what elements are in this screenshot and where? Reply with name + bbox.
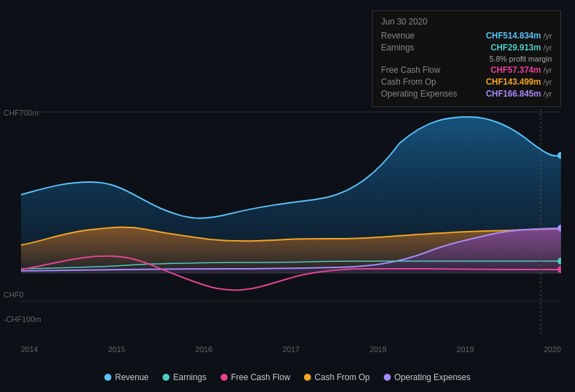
tooltip-margin-row: 5.8% profit margin	[381, 55, 552, 63]
x-label-2019: 2019	[457, 345, 473, 354]
x-label-2020: 2020	[543, 345, 560, 354]
tooltip-opex-row: Operating Expenses CHF166.845m /yr	[381, 89, 552, 99]
tooltip-fcf-row: Free Cash Flow CHF57.374m /yr	[381, 65, 552, 75]
opex-value: CHF166.845m /yr	[486, 89, 552, 99]
tooltip-revenue-row: Revenue CHF514.834m /yr	[381, 31, 552, 41]
x-label-2018: 2018	[370, 345, 387, 354]
opex-label: Operating Expenses	[381, 89, 457, 99]
revenue-label: Revenue	[381, 31, 415, 41]
x-label-2015: 2015	[108, 345, 125, 354]
fcf-value: CHF57.374m /yr	[490, 65, 552, 75]
x-label-2016: 2016	[195, 345, 212, 354]
legend-label-revenue: Revenue	[115, 372, 148, 382]
margin-note: 5.8% profit margin	[490, 55, 552, 63]
revenue-value: CHF514.834m /yr	[486, 31, 552, 41]
legend-label-earnings: Earnings	[173, 372, 206, 382]
cashop-label: Cash From Op	[381, 77, 436, 87]
cashop-value: CHF143.499m /yr	[486, 77, 552, 87]
legend-revenue[interactable]: Revenue	[104, 372, 148, 382]
legend-label-fcf: Free Cash Flow	[231, 372, 291, 382]
chart-container: Jun 30 2020 Revenue CHF514.834m /yr Earn…	[0, 0, 575, 392]
x-axis-labels: 2014 2015 2016 2017 2018 2019 2020	[21, 345, 561, 354]
legend-opex[interactable]: Operating Expenses	[384, 372, 471, 382]
fcf-label: Free Cash Flow	[381, 65, 441, 75]
x-label-2014: 2014	[21, 345, 38, 354]
legend-dot-revenue	[104, 374, 111, 381]
legend-label-cashop: Cash From Op	[314, 372, 370, 382]
legend-dot-earnings	[162, 374, 169, 381]
chart-legend: Revenue Earnings Free Cash Flow Cash Fro…	[0, 372, 575, 382]
tooltip-date: Jun 30 2020	[381, 17, 552, 27]
tooltip-cashop-row: Cash From Op CHF143.499m /yr	[381, 77, 552, 87]
legend-earnings[interactable]: Earnings	[162, 372, 206, 382]
earnings-value: CHF29.913m /yr	[490, 43, 552, 52]
x-label-2017: 2017	[282, 345, 299, 354]
earnings-label: Earnings	[381, 43, 414, 52]
legend-dot-fcf	[221, 374, 228, 381]
legend-cashop[interactable]: Cash From Op	[304, 372, 370, 382]
tooltip-earnings-row: Earnings CHF29.913m /yr	[381, 43, 552, 52]
main-chart-svg	[21, 105, 561, 336]
legend-dot-cashop	[304, 374, 311, 381]
legend-fcf[interactable]: Free Cash Flow	[221, 372, 291, 382]
tooltip-box: Jun 30 2020 Revenue CHF514.834m /yr Earn…	[372, 10, 561, 107]
legend-dot-opex	[384, 374, 391, 381]
legend-label-opex: Operating Expenses	[394, 372, 471, 382]
